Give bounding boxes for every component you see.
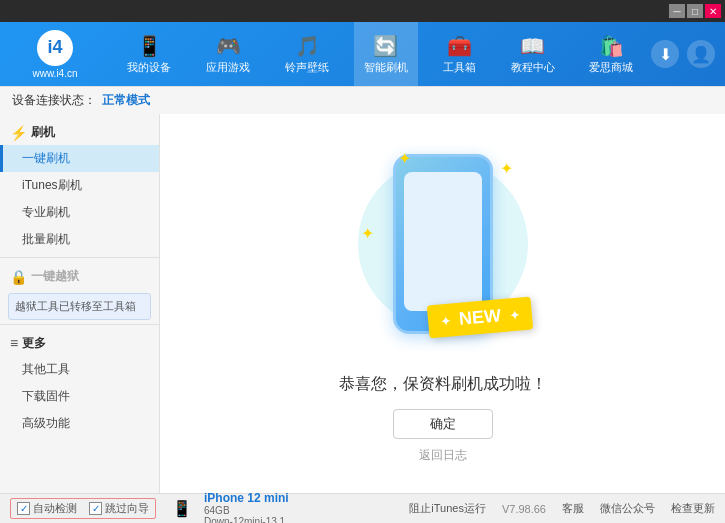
sidebar-item-other-tools[interactable]: 其他工具 <box>0 356 159 383</box>
nav-toolbox[interactable]: 🧰 工具箱 <box>433 22 486 86</box>
auto-detect-label: 自动检测 <box>33 501 77 516</box>
sidebar-item-batch-flash[interactable]: 批量刷机 <box>0 226 159 253</box>
bottom-right: 阻止iTunes运行 V7.98.66 客服 微信公众号 检查更新 <box>409 501 715 516</box>
skip-wizard-label: 跳过向导 <box>105 501 149 516</box>
skip-wizard-checkbox[interactable]: ✓ 跳过向导 <box>89 501 149 516</box>
more-section-icon: ≡ <box>10 335 18 351</box>
version-text: V7.98.66 <box>502 503 546 515</box>
ringtone-label: 铃声壁纸 <box>285 60 329 75</box>
sparkle-2: ✦ <box>500 159 513 178</box>
sidebar-divider-2 <box>0 324 159 325</box>
mall-icon: 🛍️ <box>599 34 624 58</box>
bottom-bar: ✓ 自动检测 ✓ 跳过向导 📱 iPhone 12 mini 64GB Down… <box>0 493 725 523</box>
wechat-link[interactable]: 微信公众号 <box>600 501 655 516</box>
confirm-button[interactable]: 确定 <box>393 409 493 439</box>
mall-label: 爱思商城 <box>589 60 633 75</box>
sidebar-item-advanced-features[interactable]: 高级功能 <box>0 410 159 437</box>
checkbox-area: ✓ 自动检测 ✓ 跳过向导 <box>10 498 156 519</box>
status-value: 正常模式 <box>102 92 150 109</box>
sidebar-item-pro-flash[interactable]: 专业刷机 <box>0 199 159 226</box>
header-right: ⬇ 👤 <box>651 40 725 68</box>
nav-tutorial[interactable]: 📖 教程中心 <box>501 22 565 86</box>
logo-icon: i4 <box>37 30 73 66</box>
sidebar-item-itunes-flash[interactable]: iTunes刷机 <box>0 172 159 199</box>
sidebar-divider-1 <box>0 257 159 258</box>
back-to-log-link[interactable]: 返回日志 <box>419 447 467 464</box>
device-area: 📱 iPhone 12 mini 64GB Down-12mini-13,1 <box>172 491 289 524</box>
nav-ringtone[interactable]: 🎵 铃声壁纸 <box>275 22 339 86</box>
sidebar-item-download-firmware[interactable]: 下载固件 <box>0 383 159 410</box>
ringtone-icon: 🎵 <box>295 34 320 58</box>
sidebar-section-jailbreak: 🔒 一键越狱 <box>0 262 159 289</box>
success-text: 恭喜您，保资料刷机成功啦！ <box>339 374 547 395</box>
maximize-button[interactable]: □ <box>687 4 703 18</box>
apps-label: 应用游戏 <box>206 60 250 75</box>
toolbox-icon: 🧰 <box>447 34 472 58</box>
flash-section-icon: ⚡ <box>10 125 27 141</box>
auto-detect-check-icon: ✓ <box>17 502 30 515</box>
content-area: ✦ ✦ ✦ NEW 恭喜您，保资料刷机成功啦！ 确定 返回日志 <box>160 114 725 493</box>
smart-flash-icon: 🔄 <box>373 34 398 58</box>
illustration: ✦ ✦ ✦ NEW <box>343 144 543 364</box>
account-button[interactable]: 👤 <box>687 40 715 68</box>
device-info: iPhone 12 mini 64GB Down-12mini-13,1 <box>204 491 289 524</box>
device-icon: 📱 <box>172 499 192 518</box>
title-bar: ─ □ ✕ <box>0 0 725 22</box>
phone-screen <box>404 172 482 311</box>
my-device-label: 我的设备 <box>127 60 171 75</box>
status-label: 设备连接状态： <box>12 92 96 109</box>
logo-area: i4 www.i4.cn <box>0 30 110 79</box>
sidebar-item-one-key-flash[interactable]: 一键刷机 <box>0 145 159 172</box>
sparkle-1: ✦ <box>398 149 411 168</box>
smart-flash-label: 智能刷机 <box>364 60 408 75</box>
device-model: Down-12mini-13,1 <box>204 516 289 524</box>
sparkle-3: ✦ <box>361 224 374 243</box>
main-layout: ⚡ 刷机 一键刷机 iTunes刷机 专业刷机 批量刷机 🔒 一键越狱 越狱工具… <box>0 114 725 493</box>
toolbox-label: 工具箱 <box>443 60 476 75</box>
logo-subtitle: www.i4.cn <box>32 68 77 79</box>
sidebar-section-more: ≡ 更多 <box>0 329 159 356</box>
nav-my-device[interactable]: 📱 我的设备 <box>117 22 181 86</box>
customer-service-link[interactable]: 客服 <box>562 501 584 516</box>
jailbreak-section-label: 一键越狱 <box>31 268 79 285</box>
more-section-label: 更多 <box>22 335 46 352</box>
sidebar: ⚡ 刷机 一键刷机 iTunes刷机 专业刷机 批量刷机 🔒 一键越狱 越狱工具… <box>0 114 160 493</box>
skip-wizard-check-icon: ✓ <box>89 502 102 515</box>
status-bar: 设备连接状态： 正常模式 <box>0 86 725 114</box>
nav-items: 📱 我的设备 🎮 应用游戏 🎵 铃声壁纸 🔄 智能刷机 🧰 工具箱 📖 教程中心… <box>110 22 651 86</box>
my-device-icon: 📱 <box>137 34 162 58</box>
jailbreak-info-box: 越狱工具已转移至工具箱 <box>8 293 151 320</box>
lock-icon: 🔒 <box>10 269 27 285</box>
stop-itunes-link[interactable]: 阻止iTunes运行 <box>409 501 486 516</box>
device-storage: 64GB <box>204 505 289 516</box>
download-header-button[interactable]: ⬇ <box>651 40 679 68</box>
nav-apps[interactable]: 🎮 应用游戏 <box>196 22 260 86</box>
close-button[interactable]: ✕ <box>705 4 721 18</box>
apps-icon: 🎮 <box>216 34 241 58</box>
check-update-link[interactable]: 检查更新 <box>671 501 715 516</box>
tutorial-label: 教程中心 <box>511 60 555 75</box>
sidebar-section-flash: ⚡ 刷机 <box>0 118 159 145</box>
flash-section-label: 刷机 <box>31 124 55 141</box>
minimize-button[interactable]: ─ <box>669 4 685 18</box>
tutorial-icon: 📖 <box>520 34 545 58</box>
auto-detect-checkbox[interactable]: ✓ 自动检测 <box>17 501 77 516</box>
header: i4 www.i4.cn 📱 我的设备 🎮 应用游戏 🎵 铃声壁纸 🔄 智能刷机… <box>0 22 725 86</box>
nav-smart-flash[interactable]: 🔄 智能刷机 <box>354 22 418 86</box>
nav-mall[interactable]: 🛍️ 爱思商城 <box>579 22 643 86</box>
